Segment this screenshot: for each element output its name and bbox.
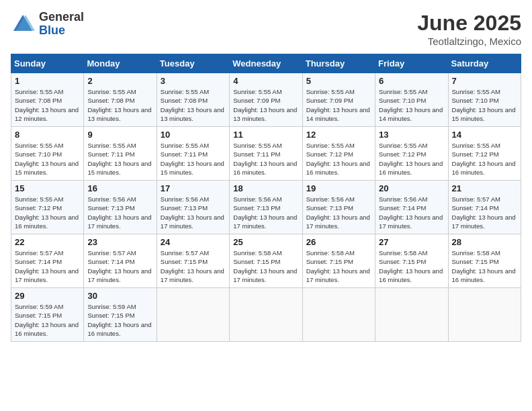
day-number: 7 [452,76,517,86]
table-row: 19 Sunrise: 5:56 AMSunset: 7:13 PMDaylig… [302,181,375,234]
day-number: 8 [15,130,80,140]
day-info: Sunrise: 5:58 AMSunset: 7:15 PMDaylight:… [233,249,297,283]
col-monday: Monday [84,54,157,73]
day-number: 17 [161,183,226,193]
day-info: Sunrise: 5:55 AMSunset: 7:10 PMDaylight:… [15,142,79,176]
day-info: Sunrise: 5:55 AMSunset: 7:12 PMDaylight:… [452,142,516,176]
table-row: 25 Sunrise: 5:58 AMSunset: 7:15 PMDaylig… [230,234,302,288]
logo-text: General Blue [39,11,84,38]
table-row [230,288,302,342]
table-row: 4 Sunrise: 5:55 AMSunset: 7:09 PMDayligh… [230,73,302,127]
table-row: 18 Sunrise: 5:56 AMSunset: 7:13 PMDaylig… [230,181,302,234]
table-row: 28 Sunrise: 5:58 AMSunset: 7:15 PMDaylig… [448,234,521,288]
logo: General Blue [11,11,84,38]
day-number: 18 [233,183,298,193]
table-row: 7 Sunrise: 5:55 AMSunset: 7:10 PMDayligh… [448,73,521,127]
day-number: 26 [306,237,371,247]
table-row: 26 Sunrise: 5:58 AMSunset: 7:15 PMDaylig… [302,234,375,288]
day-info: Sunrise: 5:55 AMSunset: 7:08 PMDaylight:… [87,88,151,122]
day-info: Sunrise: 5:57 AMSunset: 7:14 PMDaylight:… [452,195,516,230]
table-row: 16 Sunrise: 5:56 AMSunset: 7:13 PMDaylig… [84,181,157,234]
table-row: 29 Sunrise: 5:59 AMSunset: 7:15 PMDaylig… [11,288,84,342]
day-number: 2 [87,76,152,86]
day-info: Sunrise: 5:56 AMSunset: 7:13 PMDaylight:… [87,195,151,230]
day-number: 27 [379,237,444,247]
title-area: June 2025 Teotlaltzingo, Mexico [417,11,521,47]
day-number: 4 [233,76,298,86]
table-row: 24 Sunrise: 5:57 AMSunset: 7:15 PMDaylig… [157,234,229,288]
day-info: Sunrise: 5:55 AMSunset: 7:11 PMDaylight:… [161,142,224,176]
day-number: 9 [87,130,152,140]
table-row: 6 Sunrise: 5:55 AMSunset: 7:10 PMDayligh… [375,73,448,127]
header-row: Sunday Monday Tuesday Wednesday Thursday… [11,54,521,73]
calendar-row: 1 Sunrise: 5:55 AMSunset: 7:08 PMDayligh… [11,73,521,127]
day-info: Sunrise: 5:55 AMSunset: 7:09 PMDaylight:… [233,88,297,122]
day-number: 15 [15,183,80,193]
col-thursday: Thursday [302,54,375,73]
table-row: 3 Sunrise: 5:55 AMSunset: 7:08 PMDayligh… [157,73,229,127]
day-info: Sunrise: 5:55 AMSunset: 7:12 PMDaylight:… [306,142,370,176]
day-number: 10 [161,130,226,140]
day-number: 20 [379,183,444,193]
day-info: Sunrise: 5:55 AMSunset: 7:09 PMDaylight:… [306,88,370,122]
table-row: 1 Sunrise: 5:55 AMSunset: 7:08 PMDayligh… [11,73,84,127]
day-number: 28 [452,237,517,247]
col-wednesday: Wednesday [230,54,302,73]
table-row: 2 Sunrise: 5:55 AMSunset: 7:08 PMDayligh… [84,73,157,127]
day-info: Sunrise: 5:58 AMSunset: 7:15 PMDaylight:… [452,249,516,283]
day-number: 22 [15,237,80,247]
day-number: 24 [161,237,226,247]
day-info: Sunrise: 5:57 AMSunset: 7:14 PMDaylight:… [15,249,79,283]
day-info: Sunrise: 5:57 AMSunset: 7:14 PMDaylight:… [87,249,151,283]
day-info: Sunrise: 5:55 AMSunset: 7:11 PMDaylight:… [87,142,151,176]
day-info: Sunrise: 5:58 AMSunset: 7:15 PMDaylight:… [306,249,370,283]
calendar-row: 8 Sunrise: 5:55 AMSunset: 7:10 PMDayligh… [11,127,521,181]
day-info: Sunrise: 5:55 AMSunset: 7:10 PMDaylight:… [452,88,516,122]
table-row: 5 Sunrise: 5:55 AMSunset: 7:09 PMDayligh… [302,73,375,127]
table-row [302,288,375,342]
table-row: 14 Sunrise: 5:55 AMSunset: 7:12 PMDaylig… [448,127,521,181]
day-info: Sunrise: 5:55 AMSunset: 7:11 PMDaylight:… [233,142,297,176]
logo-blue: Blue [39,24,65,37]
calendar-title: June 2025 [417,11,521,36]
day-info: Sunrise: 5:59 AMSunset: 7:15 PMDaylight:… [87,303,151,337]
day-number: 19 [306,183,371,193]
table-row: 12 Sunrise: 5:55 AMSunset: 7:12 PMDaylig… [302,127,375,181]
table-row: 27 Sunrise: 5:58 AMSunset: 7:15 PMDaylig… [375,234,448,288]
table-row: 13 Sunrise: 5:55 AMSunset: 7:12 PMDaylig… [375,127,448,181]
table-row: 8 Sunrise: 5:55 AMSunset: 7:10 PMDayligh… [11,127,84,181]
table-row: 11 Sunrise: 5:55 AMSunset: 7:11 PMDaylig… [230,127,302,181]
day-info: Sunrise: 5:56 AMSunset: 7:13 PMDaylight:… [161,195,224,230]
day-info: Sunrise: 5:56 AMSunset: 7:13 PMDaylight:… [306,195,370,230]
table-row [157,288,229,342]
day-number: 21 [452,183,517,193]
table-row: 23 Sunrise: 5:57 AMSunset: 7:14 PMDaylig… [84,234,157,288]
table-row: 10 Sunrise: 5:55 AMSunset: 7:11 PMDaylig… [157,127,229,181]
day-number: 11 [233,130,298,140]
day-number: 13 [379,130,444,140]
table-row: 15 Sunrise: 5:55 AMSunset: 7:12 PMDaylig… [11,181,84,234]
table-row [448,288,521,342]
col-tuesday: Tuesday [157,54,229,73]
table-row: 17 Sunrise: 5:56 AMSunset: 7:13 PMDaylig… [157,181,229,234]
day-info: Sunrise: 5:55 AMSunset: 7:12 PMDaylight:… [379,142,443,176]
table-row: 22 Sunrise: 5:57 AMSunset: 7:14 PMDaylig… [11,234,84,288]
col-friday: Friday [375,54,448,73]
day-number: 29 [15,291,80,301]
day-number: 12 [306,130,371,140]
table-row [375,288,448,342]
calendar-row: 15 Sunrise: 5:55 AMSunset: 7:12 PMDaylig… [11,181,521,234]
header: General Blue June 2025 Teotlaltzingo, Me… [11,11,521,47]
calendar-subtitle: Teotlaltzingo, Mexico [417,36,521,47]
logo-icon [11,12,35,36]
day-number: 16 [87,183,152,193]
day-info: Sunrise: 5:56 AMSunset: 7:13 PMDaylight:… [233,195,297,230]
day-number: 6 [379,76,444,86]
day-number: 1 [15,76,80,86]
day-number: 30 [87,291,152,301]
day-info: Sunrise: 5:59 AMSunset: 7:15 PMDaylight:… [15,303,79,337]
day-number: 23 [87,237,152,247]
day-info: Sunrise: 5:55 AMSunset: 7:08 PMDaylight:… [161,88,224,122]
day-info: Sunrise: 5:55 AMSunset: 7:10 PMDaylight:… [379,88,443,122]
day-info: Sunrise: 5:55 AMSunset: 7:08 PMDaylight:… [15,88,79,122]
